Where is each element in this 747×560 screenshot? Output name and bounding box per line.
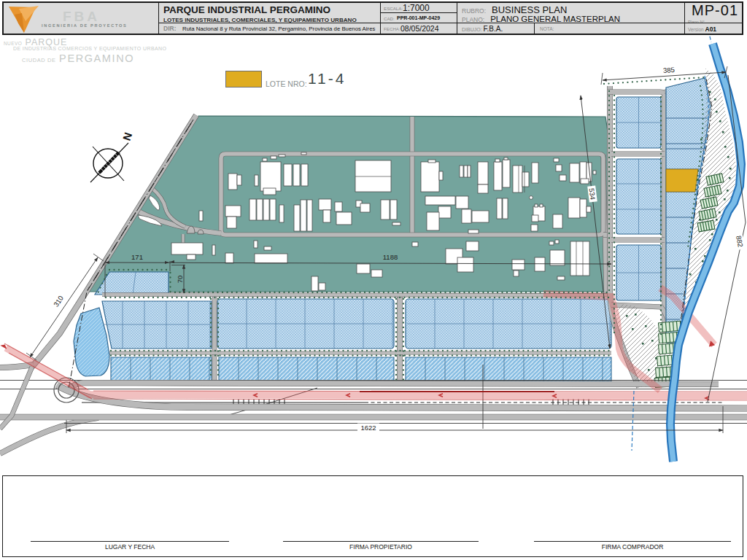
date-value: 08/05/2024 — [400, 24, 439, 33]
dibujo-label: DIBUJO: — [462, 27, 482, 32]
plan-info-cell: RUBRO:BUSINESS PLAN PLANO:PLANO GENERAL … — [457, 3, 685, 34]
version-label: Version — [688, 27, 704, 32]
lake — [74, 308, 109, 376]
title-block: FBA INGENIERIA DE PROYECTOS PARQUE INDUS… — [2, 1, 743, 35]
svg-text:385: 385 — [663, 66, 676, 74]
svg-text:1622: 1622 — [360, 424, 376, 432]
brand-tagline: INGENIERIA DE PROYECTOS — [42, 23, 127, 28]
svg-text:882: 882 — [735, 235, 745, 248]
version-value: A01 — [705, 26, 717, 33]
signature-caption: LUGAR Y FECHA — [31, 543, 229, 551]
address-label: DIR: — [163, 25, 176, 32]
dimension-label: 385 — [661, 66, 678, 75]
scale-cell: ESCALA:1:7000 CAD:PPR-001-MP-0429 FECHA:… — [381, 3, 457, 34]
version-row: Version A01 — [685, 23, 742, 34]
company-logo-icon — [8, 6, 39, 34]
scale-value: 1:7000 — [403, 3, 430, 13]
svg-text:70: 70 — [176, 276, 184, 284]
dibujo-value: F.B.A. — [484, 25, 503, 33]
svg-text:171: 171 — [131, 253, 143, 261]
svg-text:534: 534 — [588, 187, 597, 200]
nota-label: NOTA: — [540, 26, 554, 31]
wm-nuevo: NUEVO — [4, 41, 22, 46]
rubro-value: BUSINESS PLAN — [492, 4, 567, 15]
road — [0, 365, 34, 368]
signature-buyer: FIRMA COMPRADOR — [534, 541, 731, 551]
sheet-number-cell: MP-01 Plano N° Version A01 — [685, 3, 742, 34]
signature-place-date: LUGAR Y FECHA — [31, 541, 229, 551]
signature-line — [283, 541, 479, 542]
dimension-label: 70 — [176, 276, 184, 284]
dimension-label: 1188 — [383, 253, 398, 261]
project-title-cell: PARQUE INDUSTRIAL PERGAMINO LOTES INDUST… — [159, 3, 381, 34]
wm-line2: DE INDUSTRIAS COMERCIOS Y EQUIPAMIENTO U… — [13, 46, 166, 51]
highlighted-lot-11-4 — [666, 169, 698, 192]
legend-lot-number: 11-4 — [308, 70, 346, 88]
wm-ciudad: CIUDAD DE — [22, 57, 56, 63]
titleblock-row: ESCALA:1:7000 — [381, 3, 457, 13]
titleblock-row: CAD:PPR-001-MP-0429 — [381, 13, 457, 23]
road — [102, 295, 611, 295]
legend-label: LOTE NRO: — [266, 79, 307, 88]
nota-divider — [534, 23, 535, 34]
titleblock-row: FECHA:08/05/2024 — [381, 23, 457, 34]
scale-label: ESCALA: — [384, 6, 403, 11]
signature-line — [534, 541, 731, 542]
north-label: N — [120, 131, 135, 142]
author-row: DIBUJO: F.B.A. NOTA: — [457, 23, 684, 34]
cad-label: CAD: — [384, 16, 395, 21]
signature-line — [31, 541, 229, 542]
cad-value: PPR-001-MP-0429 — [397, 15, 440, 20]
logo-cell: FBA INGENIERIA DE PROYECTOS — [4, 3, 159, 34]
north-compass: N — [90, 131, 134, 182]
masterplan-sheet: { "title_block": { "logo": { "brand": "F… — [0, 0, 747, 560]
dimension-label: 882 — [734, 233, 745, 250]
address-value: Ruta Nacional 8 y Ruta Provincial 32, Pe… — [182, 26, 375, 32]
svg-text:1188: 1188 — [383, 253, 398, 261]
legend-swatch — [225, 71, 262, 88]
brand-watermark: FBA — [63, 9, 100, 25]
rubro-label: RUBRO: — [462, 7, 486, 15]
industrial-zone — [88, 116, 611, 292]
dimension-label: 1622 — [357, 424, 379, 432]
sheet-code: MP-01 — [692, 2, 738, 19]
signature-footer: LUGAR Y FECHA FIRMA PROPIETARIO FIRMA CO… — [2, 475, 743, 557]
signature-caption: FIRMA PROPIETARIO — [283, 543, 479, 551]
address-row: DIR: Ruta Nacional 8 y Ruta Provincial 3… — [159, 23, 380, 34]
signature-owner: FIRMA PROPIETARIO — [283, 541, 479, 551]
signature-caption: FIRMA COMPRADOR — [534, 543, 731, 551]
date-label: FECHA: — [384, 26, 400, 31]
dimension-label: 171 — [131, 253, 143, 261]
wm-pergamino: PERGAMINO — [59, 52, 134, 64]
project-title: PARQUE INDUSTRIAL PERGAMINO — [163, 4, 330, 15]
